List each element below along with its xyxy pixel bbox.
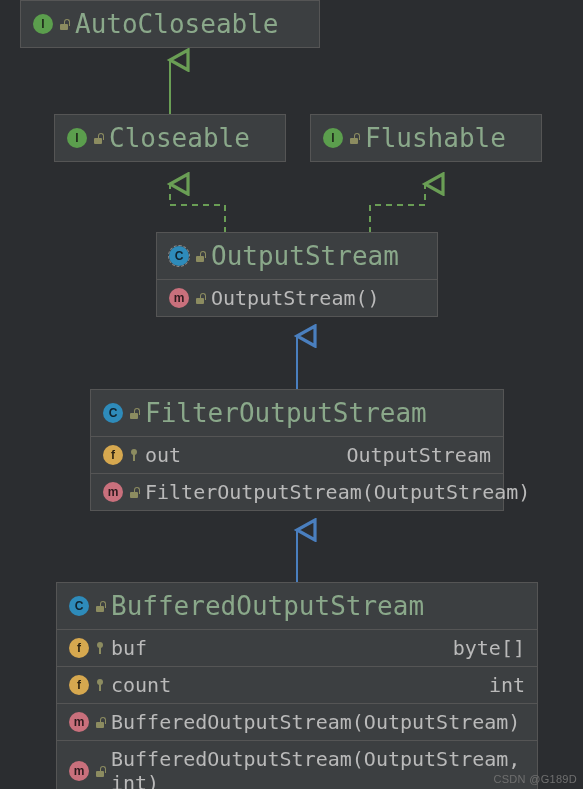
class-name: AutoCloseable: [75, 9, 279, 39]
member-signature: BufferedOutputStream(OutputStream, int): [111, 747, 525, 789]
class-icon: C: [103, 403, 123, 423]
member-row: f out OutputStream: [91, 436, 503, 473]
member-type: int: [489, 673, 525, 697]
abstract-class-icon: C: [169, 246, 189, 266]
edge-outputstream-closeable: [170, 184, 225, 233]
member-signature: OutputStream(): [211, 286, 425, 310]
node-filteroutputstream[interactable]: C FilterOutputStream f out OutputStream …: [90, 389, 504, 511]
method-icon: m: [103, 482, 123, 502]
member-signature: BufferedOutputStream(OutputStream): [111, 710, 525, 734]
method-icon: m: [169, 288, 189, 308]
interface-icon: I: [323, 128, 343, 148]
lock-open-icon: [129, 408, 139, 419]
field-icon: f: [69, 675, 89, 695]
pin-icon: [95, 642, 105, 654]
member-type: byte[]: [453, 636, 525, 660]
node-flushable[interactable]: I Flushable: [310, 114, 542, 162]
field-icon: f: [103, 445, 123, 465]
class-name: OutputStream: [211, 241, 399, 271]
lock-open-icon: [93, 133, 103, 144]
node-header: C BufferedOutputStream: [57, 583, 537, 629]
lock-open-icon: [95, 717, 105, 728]
member-row: f buf byte[]: [57, 629, 537, 666]
lock-open-icon: [195, 251, 205, 262]
method-icon: m: [69, 761, 89, 781]
class-name: FilterOutputStream: [145, 398, 427, 428]
interface-icon: I: [67, 128, 87, 148]
lock-open-icon: [349, 133, 359, 144]
member-row: m FilterOutputStream(OutputStream): [91, 473, 503, 510]
class-name: Closeable: [109, 123, 250, 153]
method-icon: m: [69, 712, 89, 732]
member-signature: count: [111, 673, 483, 697]
node-bufferedoutputstream[interactable]: C BufferedOutputStream f buf byte[] f co…: [56, 582, 538, 789]
member-signature: buf: [111, 636, 447, 660]
member-signature: out: [145, 443, 341, 467]
node-outputstream[interactable]: C OutputStream m OutputStream(): [156, 232, 438, 317]
watermark: CSDN @G189D: [493, 773, 577, 785]
node-header: C FilterOutputStream: [91, 390, 503, 436]
pin-icon: [95, 679, 105, 691]
member-signature: FilterOutputStream(OutputStream): [145, 480, 530, 504]
edge-outputstream-flushable: [370, 184, 425, 233]
lock-open-icon: [59, 19, 69, 30]
lock-open-icon: [95, 766, 105, 777]
member-type: OutputStream: [347, 443, 492, 467]
node-header: I Flushable: [311, 115, 541, 161]
member-row: f count int: [57, 666, 537, 703]
field-icon: f: [69, 638, 89, 658]
member-row: m BufferedOutputStream(OutputStream, int…: [57, 740, 537, 789]
lock-open-icon: [129, 487, 139, 498]
uml-canvas: I AutoCloseable I Closeable I Flushable …: [0, 0, 583, 789]
class-name: BufferedOutputStream: [111, 591, 424, 621]
member-row: m OutputStream(): [157, 279, 437, 316]
pin-icon: [129, 449, 139, 461]
node-header: I AutoCloseable: [21, 1, 319, 47]
lock-open-icon: [195, 293, 205, 304]
node-header: C OutputStream: [157, 233, 437, 279]
member-row: m BufferedOutputStream(OutputStream): [57, 703, 537, 740]
node-autocloseable[interactable]: I AutoCloseable: [20, 0, 320, 48]
interface-icon: I: [33, 14, 53, 34]
node-header: I Closeable: [55, 115, 285, 161]
node-closeable[interactable]: I Closeable: [54, 114, 286, 162]
class-name: Flushable: [365, 123, 506, 153]
class-icon: C: [69, 596, 89, 616]
lock-open-icon: [95, 601, 105, 612]
